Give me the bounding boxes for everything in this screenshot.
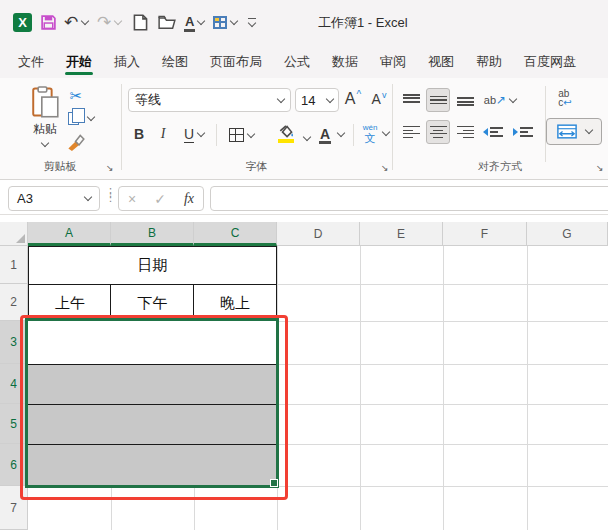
underline-icon: U xyxy=(184,126,194,143)
decrease-indent-icon xyxy=(483,128,488,136)
tab-home[interactable]: 开始 xyxy=(55,45,103,78)
undo-button[interactable]: ↶ xyxy=(64,9,88,35)
align-left-button[interactable] xyxy=(400,122,422,142)
chevron-down-icon xyxy=(277,94,285,102)
cancel-button[interactable]: × xyxy=(128,191,136,207)
fill-color-swatch xyxy=(278,139,294,143)
tab-help[interactable]: 帮助 xyxy=(465,45,513,78)
increase-indent-button[interactable] xyxy=(511,122,535,142)
italic-button[interactable]: I xyxy=(153,122,173,146)
clipboard-group-label: 剪贴板 xyxy=(0,159,120,174)
cell-A1-merged-date[interactable]: 日期 xyxy=(28,246,277,285)
formula-bar: A3 ⋮⋮ × ✓ fx xyxy=(0,182,608,215)
align-center-button[interactable] xyxy=(426,120,450,144)
orientation-icon: ab xyxy=(484,94,496,106)
tab-formulas[interactable]: 公式 xyxy=(273,45,321,78)
new-document-button[interactable] xyxy=(133,9,148,35)
format-painter-icon xyxy=(66,133,85,151)
borders-button[interactable] xyxy=(222,124,260,146)
tab-data[interactable]: 数据 xyxy=(321,45,369,78)
underline-button[interactable]: U xyxy=(177,122,211,146)
tab-file[interactable]: 文件 xyxy=(7,45,55,78)
increase-indent-icon xyxy=(513,128,518,136)
decrease-indent-button[interactable] xyxy=(481,122,505,142)
chevron-down-icon xyxy=(197,16,205,24)
formula-input[interactable] xyxy=(210,186,608,211)
orientation-button[interactable]: ab ↗ xyxy=(482,88,518,112)
window-title: 工作簿1 - Excel xyxy=(318,0,408,45)
column-header-G[interactable]: G xyxy=(527,222,608,246)
align-top-icon xyxy=(403,93,420,107)
font-size-input[interactable]: 14 xyxy=(295,88,339,112)
cut-button[interactable]: ✂ xyxy=(66,87,86,105)
group-separator xyxy=(121,84,122,170)
spreadsheet-grid: A B C D E F G 1 2 3 4 5 6 7 日期 上午 下午 晚上 xyxy=(0,222,608,530)
column-header-C[interactable]: C xyxy=(194,222,277,246)
paste-button[interactable]: 粘贴 xyxy=(24,86,66,158)
column-header-F[interactable]: F xyxy=(443,222,527,246)
drag-handle-icon[interactable]: ⋮⋮ xyxy=(105,190,116,200)
chevron-down-icon xyxy=(87,112,95,120)
orientation-arrow-icon: ↗ xyxy=(496,93,506,107)
font-name-input[interactable]: 等线 xyxy=(128,88,291,112)
column-header-D[interactable]: D xyxy=(277,222,360,246)
open-folder-icon xyxy=(158,14,176,30)
save-icon xyxy=(40,14,57,31)
font-name-value: 等线 xyxy=(135,91,274,109)
scissors-icon: ✂ xyxy=(70,87,83,105)
align-top-button[interactable] xyxy=(400,90,422,110)
format-painter-button[interactable] xyxy=(64,132,86,152)
tab-review[interactable]: 审阅 xyxy=(369,45,417,78)
column-header-B[interactable]: B xyxy=(111,222,194,246)
chevron-down-icon xyxy=(84,193,92,201)
name-box[interactable]: A3 xyxy=(8,186,100,211)
align-middle-button[interactable] xyxy=(426,88,450,112)
wrap-text-icon: ab c↩ xyxy=(558,89,571,107)
excel-logo-icon: X xyxy=(13,9,32,35)
new-document-icon xyxy=(133,14,148,31)
tab-baidu-netdisk[interactable]: 百度网盘 xyxy=(513,45,587,78)
tab-view[interactable]: 视图 xyxy=(417,45,465,78)
cell-reference: A3 xyxy=(17,191,81,206)
table-style-qat-button[interactable] xyxy=(213,9,237,35)
copy-icon xyxy=(68,112,79,125)
tab-draw[interactable]: 绘图 xyxy=(151,45,199,78)
save-button[interactable] xyxy=(40,9,57,35)
merge-center-button[interactable] xyxy=(546,118,602,145)
font-size-value: 14 xyxy=(301,93,323,108)
italic-icon: I xyxy=(161,126,166,142)
shrink-font-button[interactable]: Av xyxy=(368,88,390,110)
tab-page-layout[interactable]: 页面布局 xyxy=(199,45,273,78)
font-color-button[interactable]: A xyxy=(314,122,350,146)
chevron-down-icon xyxy=(509,94,517,102)
chevron-down-icon xyxy=(41,139,49,147)
enter-button[interactable]: ✓ xyxy=(154,191,166,207)
align-right-button[interactable] xyxy=(454,122,476,142)
grow-font-button[interactable]: A^ xyxy=(342,88,364,110)
chevron-down-icon xyxy=(81,16,89,24)
column-header-E[interactable]: E xyxy=(360,222,443,246)
customize-qat-button[interactable] xyxy=(248,9,256,35)
font-dialog-launcher[interactable]: ↘ xyxy=(381,163,389,173)
chevron-down-icon xyxy=(197,128,205,136)
row-header-1[interactable]: 1 xyxy=(0,246,28,284)
bold-icon: B xyxy=(134,126,144,142)
redo-button[interactable]: ↷ xyxy=(97,9,121,35)
phonetic-guide-button[interactable]: wén 文 xyxy=(358,118,394,148)
select-all-corner[interactable] xyxy=(0,222,28,246)
chevron-down-icon xyxy=(114,16,122,24)
wrap-text-button[interactable]: ab c↩ xyxy=(551,86,579,110)
bold-button[interactable]: B xyxy=(129,122,149,146)
tab-insert[interactable]: 插入 xyxy=(103,45,151,78)
insert-function-button[interactable]: fx xyxy=(184,191,194,207)
chevron-down-icon xyxy=(230,16,238,24)
align-bottom-button[interactable] xyxy=(454,90,476,110)
font-color-qat-button[interactable]: A xyxy=(185,9,204,35)
column-header-A[interactable]: A xyxy=(28,222,111,246)
clipboard-dialog-launcher[interactable]: ↘ xyxy=(106,163,114,173)
fill-color-chevron[interactable] xyxy=(300,126,310,144)
copy-button[interactable] xyxy=(64,109,98,127)
open-file-button[interactable] xyxy=(158,9,176,35)
alignment-dialog-launcher[interactable]: ↘ xyxy=(596,163,604,173)
borders-icon xyxy=(229,128,244,142)
